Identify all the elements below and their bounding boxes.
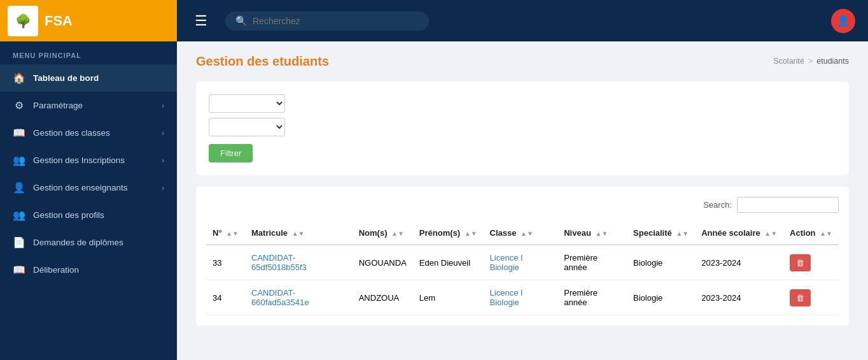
col-action[interactable]: Action ▲▼ [783, 222, 839, 245]
cell-specialite: Biologie [627, 245, 695, 280]
search-label: Search: [703, 200, 732, 210]
chevron-right-icon: › [162, 101, 164, 110]
breadcrumb: Scolarité > etudiants [773, 57, 849, 66]
sort-icon: ▲▼ [595, 230, 608, 237]
book-open-icon: 📖 [13, 264, 25, 276]
logo-text: FSA [45, 13, 73, 29]
sidebar-item-tableau-de-bord[interactable]: 🏠 Tableau de bord [0, 64, 177, 92]
sidebar-item-label: Gestion des enseignants [33, 183, 128, 192]
sidebar-item-demandes-diplomes[interactable]: 📄 Demandes de diplômes [0, 229, 177, 256]
users-icon: 👥 [13, 154, 25, 166]
header-nav: ☰ 🔍 👤 [177, 9, 868, 33]
logo-area: 🌳 FSA [0, 0, 177, 41]
users-icon: 👥 [13, 209, 25, 221]
sort-icon: ▲▼ [226, 230, 239, 237]
header-search-bar: 🔍 [225, 11, 429, 31]
sidebar-item-label: Déliberation [33, 265, 79, 275]
col-num[interactable]: N° ▲▼ [206, 222, 245, 245]
sidebar-item-label: Gestion des classes [33, 128, 110, 138]
chevron-right-icon: › [162, 129, 164, 138]
cell-num: 34 [206, 280, 245, 315]
table-area: Search: N° ▲▼ Matricule ▲▼ [196, 187, 849, 326]
main-content: Gestion des etudiants Scolarité > etudia… [177, 41, 868, 360]
menu-label: MENU PRINCIPAL [0, 41, 177, 64]
delete-button[interactable]: 🗑 [790, 254, 811, 271]
col-matricule[interactable]: Matricule ▲▼ [245, 222, 353, 245]
table-search-input[interactable] [737, 197, 839, 213]
sort-icon: ▲▼ [521, 230, 533, 237]
cell-classe: Licence I Biologie [484, 280, 558, 315]
students-table: N° ▲▼ Matricule ▲▼ Nom(s) ▲▼ Prénom(s) [206, 222, 839, 315]
sidebar-item-label: Gestion des profils [33, 210, 104, 220]
cell-matricule: CANDIDAT-660fad5a3541e [245, 280, 353, 315]
cell-noms: NGOUANDA [353, 245, 413, 280]
cell-classe: Licence I Biologie [484, 245, 558, 280]
filter-select-1[interactable] [209, 94, 285, 113]
user-avatar[interactable]: 👤 [831, 9, 855, 33]
book-icon: 📖 [13, 127, 25, 139]
filter-button[interactable]: Filtrer [209, 144, 253, 162]
cell-action: 🗑 [783, 280, 839, 315]
home-icon: 🏠 [13, 72, 25, 84]
col-noms[interactable]: Nom(s) ▲▼ [353, 222, 413, 245]
sidebar-item-label: Demandes de diplômes [33, 238, 123, 247]
col-classe[interactable]: Classe ▲▼ [484, 222, 558, 245]
logo-icon: 🌳 [8, 6, 38, 36]
main-layout: MENU PRINCIPAL 🏠 Tableau de bord ⚙ Param… [0, 41, 868, 360]
col-prenoms[interactable]: Prénom(s) ▲▼ [413, 222, 484, 245]
sort-icon: ▲▼ [820, 230, 832, 237]
sidebar-item-label: Gestion des Inscriptions [33, 155, 125, 165]
col-specialite[interactable]: Specialité ▲▼ [627, 222, 695, 245]
breadcrumb-parent: Scolarité [773, 57, 804, 66]
cell-niveau: Première année [557, 280, 627, 315]
sidebar-item-gestion-classes[interactable]: 📖 Gestion des classes › [0, 119, 177, 147]
top-header: 🌳 FSA ☰ 🔍 👤 [0, 0, 868, 41]
col-annee-scolaire[interactable]: Année scolaire ▲▼ [695, 222, 783, 245]
page-title: Gestion des etudiants [196, 54, 329, 69]
cell-niveau: Première année [557, 245, 627, 280]
sidebar-item-label: Paramétrage [33, 101, 83, 110]
chevron-right-icon: › [162, 184, 164, 192]
cell-prenoms: Lem [413, 280, 484, 315]
header-search-input[interactable] [253, 16, 419, 26]
breadcrumb-current: etudiants [816, 57, 849, 66]
sidebar-item-deliberation[interactable]: 📖 Déliberation [0, 256, 177, 284]
sidebar-item-gestion-enseignants[interactable]: 👤 Gestion des enseignants › [0, 174, 177, 201]
table-header-row: N° ▲▼ Matricule ▲▼ Nom(s) ▲▼ Prénom(s) [206, 222, 839, 245]
file-icon: 📄 [13, 236, 25, 248]
table-row: 33 CANDIDAT-65df5018b55f3 NGOUANDA Eden … [206, 245, 839, 280]
cell-action: 🗑 [783, 245, 839, 280]
hamburger-button[interactable]: ☰ [190, 10, 213, 32]
sidebar-item-gestion-profils[interactable]: 👥 Gestion des profils [0, 201, 177, 229]
table-search-bar: Search: [206, 197, 839, 213]
delete-button[interactable]: 🗑 [790, 289, 811, 306]
cell-noms: ANDZOUA [353, 280, 413, 315]
content-header: Gestion des etudiants Scolarité > etudia… [196, 54, 849, 69]
filter-select-2[interactable] [209, 118, 285, 136]
sidebar: MENU PRINCIPAL 🏠 Tableau de bord ⚙ Param… [0, 41, 177, 360]
search-icon: 🔍 [235, 15, 248, 27]
cell-annee-scolaire: 2023-2024 [695, 280, 783, 315]
sort-icon: ▲▼ [292, 230, 305, 237]
cell-num: 33 [206, 245, 245, 280]
filter-area: Filtrer [196, 82, 849, 175]
sidebar-item-gestion-inscriptions[interactable]: 👥 Gestion des Inscriptions › [0, 147, 177, 174]
breadcrumb-separator: > [808, 57, 813, 66]
cell-matricule: CANDIDAT-65df5018b55f3 [245, 245, 353, 280]
table-row: 34 CANDIDAT-660fad5a3541e ANDZOUA Lem Li… [206, 280, 839, 315]
sort-icon: ▲▼ [676, 230, 689, 237]
chevron-right-icon: › [162, 156, 164, 165]
sidebar-item-label: Tableau de bord [33, 73, 99, 83]
sort-icon: ▲▼ [764, 230, 777, 237]
sort-icon: ▲▼ [465, 230, 477, 237]
person-icon: 👤 [13, 182, 25, 194]
cell-specialite: Biologie [627, 280, 695, 315]
sort-icon: ▲▼ [391, 230, 404, 237]
col-niveau[interactable]: Niveau ▲▼ [557, 222, 627, 245]
sidebar-item-parametrage[interactable]: ⚙ Paramétrage › [0, 92, 177, 119]
gear-icon: ⚙ [13, 99, 25, 112]
cell-prenoms: Eden Dieuveil [413, 245, 484, 280]
cell-annee-scolaire: 2023-2024 [695, 245, 783, 280]
